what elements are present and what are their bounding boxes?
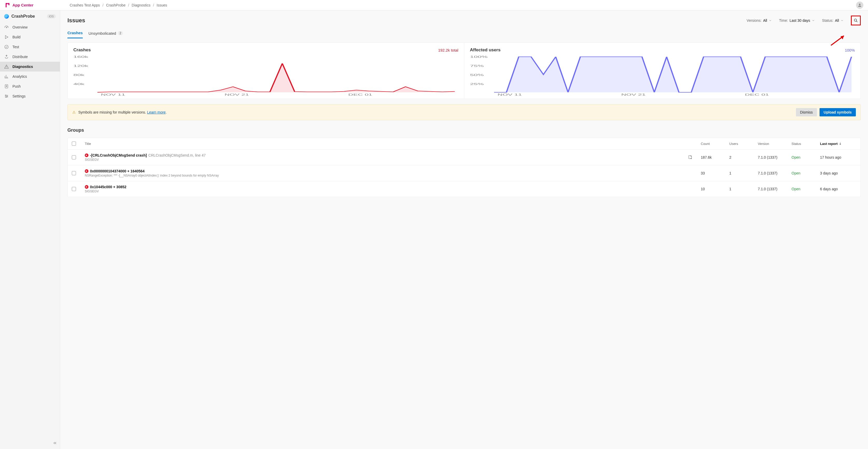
distribute-icon <box>4 55 9 59</box>
sidebar-item-test[interactable]: Test <box>0 42 60 52</box>
filter-value: All <box>763 19 767 23</box>
chevron-down-icon <box>812 19 815 22</box>
sidebar-item-label: Diagnostics <box>12 65 33 69</box>
chart-total: 100% <box>845 48 855 52</box>
sidebar-item-analytics[interactable]: Analytics <box>0 71 60 82</box>
sidebar-item-label: Test <box>12 45 19 49</box>
row-status: Open <box>792 155 817 159</box>
sidebar-collapse[interactable] <box>53 441 57 446</box>
search-button[interactable] <box>851 15 861 25</box>
crash-badge-icon <box>85 154 88 157</box>
svg-text:NOV 11: NOV 11 <box>101 93 125 96</box>
row-users: 1 <box>729 187 755 191</box>
row-users: 1 <box>729 171 755 175</box>
svg-text:NOV 21: NOV 21 <box>621 93 646 96</box>
filter-value: All <box>835 19 839 23</box>
search-icon <box>854 18 858 23</box>
sidebar-item-build[interactable]: Build <box>0 32 60 42</box>
brand[interactable]: App Center <box>5 2 33 8</box>
row-last-report: 3 days ago <box>820 171 856 175</box>
filter-status[interactable]: Status: All <box>822 19 844 23</box>
row-method: 0x0000000104374000 + 1640564 <box>90 169 145 173</box>
arrow-down-icon <box>839 142 842 145</box>
col-last-report[interactable]: Last report <box>820 142 856 146</box>
svg-text:50%: 50% <box>470 74 484 76</box>
svg-point-7 <box>854 19 857 21</box>
svg-point-0 <box>859 4 861 5</box>
row-users: 2 <box>729 155 755 159</box>
sliders-icon <box>4 94 9 98</box>
filter-label: Versions: <box>747 19 762 23</box>
breadcrumb-item[interactable]: Issues <box>157 3 167 7</box>
select-all-checkbox[interactable] <box>72 141 76 146</box>
app-header[interactable]: CrashProbe iOS <box>0 10 60 22</box>
page-bar: Issues Versions: All Time: Last 30 days … <box>67 15 861 25</box>
sidebar-item-push[interactable]: Push <box>0 82 60 91</box>
groups-title: Groups <box>67 128 861 133</box>
col-count[interactable]: Count <box>701 142 727 146</box>
row-sub: NSRangeException: *** -[__NSArray0 objec… <box>85 174 685 177</box>
push-icon <box>4 84 9 89</box>
row-sub: SIGSEGV <box>85 158 685 161</box>
learn-more-link[interactable]: Learn more <box>147 110 166 114</box>
sidebar-item-distribute[interactable]: Distribute <box>0 52 60 62</box>
breadcrumb-item[interactable]: CrashProbe <box>106 3 125 7</box>
row-checkbox[interactable] <box>72 187 76 191</box>
filter-value: Last 30 days <box>789 19 810 23</box>
row-title: 0x0000000104374000 + 1640564NSRangeExcep… <box>85 169 685 177</box>
row-count: 10 <box>701 187 727 191</box>
col-version[interactable]: Version <box>758 142 789 146</box>
svg-text:25%: 25% <box>470 83 484 86</box>
breadcrumb-item[interactable]: Crashes Test Apps <box>70 3 100 7</box>
breadcrumb: Crashes Test Apps/ CrashProbe/ Diagnosti… <box>70 3 167 7</box>
note-icon[interactable] <box>688 155 698 160</box>
alert-text: Symbols are missing for multiple version… <box>78 110 167 114</box>
sidebar-item-settings[interactable]: Settings <box>0 91 60 101</box>
col-status[interactable]: Status <box>792 142 817 146</box>
sidebar: CrashProbe iOS Overview Build Test Distr… <box>0 10 60 449</box>
sidebar-item-label: Overview <box>12 25 28 29</box>
warning-icon <box>4 64 9 69</box>
table-row[interactable]: 0x10445c000 + 30852SIGSEGV1017.1.0 (1337… <box>68 181 861 197</box>
row-checkbox[interactable] <box>72 171 76 175</box>
nav: Overview Build Test Distribute Diagnosti… <box>0 22 60 101</box>
svg-text:40k: 40k <box>73 83 85 86</box>
tab-unsymbolicated[interactable]: Unsymbolicated 2 <box>88 31 123 38</box>
page-title: Issues <box>67 17 85 24</box>
row-checkbox[interactable] <box>72 155 76 159</box>
avatar[interactable] <box>856 2 863 9</box>
groups-table: Title Count Users Version Status Last re… <box>67 138 861 197</box>
sidebar-item-overview[interactable]: Overview <box>0 22 60 32</box>
crash-badge-icon <box>85 169 88 173</box>
filter-time[interactable]: Time: Last 30 days <box>779 19 815 23</box>
check-circle-icon <box>4 44 9 49</box>
chart-title: Crashes <box>73 47 91 53</box>
brand-label: App Center <box>12 3 33 7</box>
table-row[interactable]: 0x0000000104374000 + 1640564NSRangeExcep… <box>68 165 861 181</box>
appcenter-logo-icon <box>5 2 10 8</box>
sidebar-item-label: Push <box>12 84 21 88</box>
play-icon <box>4 35 9 39</box>
row-version: 7.1.0 (1337) <box>758 155 789 159</box>
charts-row: Crashes 192.2k total 160k 120k 80k 40k N… <box>67 42 861 99</box>
svg-point-4 <box>5 95 6 96</box>
svg-text:120k: 120k <box>73 65 89 67</box>
row-count: 33 <box>701 171 727 175</box>
breadcrumb-item[interactable]: Diagnostics <box>132 3 150 7</box>
sidebar-item-label: Build <box>12 35 21 39</box>
gauge-icon <box>4 25 9 30</box>
row-method: -[CRLCrashObjCMsgSend crash] <box>90 153 147 157</box>
col-title[interactable]: Title <box>85 142 685 146</box>
upload-symbols-button[interactable]: Upload symbols <box>819 108 856 117</box>
row-method: 0x10445c000 + 30852 <box>90 185 126 189</box>
filter-versions[interactable]: Versions: All <box>747 19 772 23</box>
sidebar-item-label: Settings <box>12 94 26 98</box>
tab-crashes[interactable]: Crashes <box>67 31 83 38</box>
svg-text:DEC 01: DEC 01 <box>348 93 372 96</box>
user-icon <box>857 3 862 7</box>
sidebar-item-diagnostics[interactable]: Diagnostics <box>0 62 60 71</box>
dismiss-button[interactable]: Dismiss <box>796 108 817 117</box>
col-users[interactable]: Users <box>729 142 755 146</box>
sidebar-item-label: Distribute <box>12 55 28 59</box>
table-row[interactable]: -[CRLCrashObjCMsgSend crash] CRLCrashObj… <box>68 150 861 165</box>
